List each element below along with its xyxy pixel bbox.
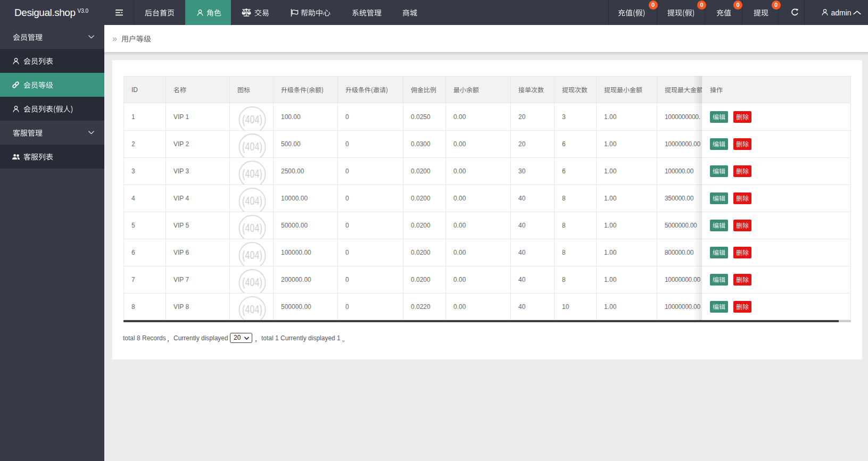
svg-text:(404): (404) [242,303,262,315]
svg-text:(404): (404) [242,140,262,153]
svg-text:(404): (404) [242,194,262,207]
svg-text:(404): (404) [242,221,262,234]
svg-text:(404): (404) [242,248,262,261]
svg-text:(404): (404) [242,113,262,125]
svg-text:(404): (404) [242,275,262,288]
svg-text:(404): (404) [242,167,262,180]
